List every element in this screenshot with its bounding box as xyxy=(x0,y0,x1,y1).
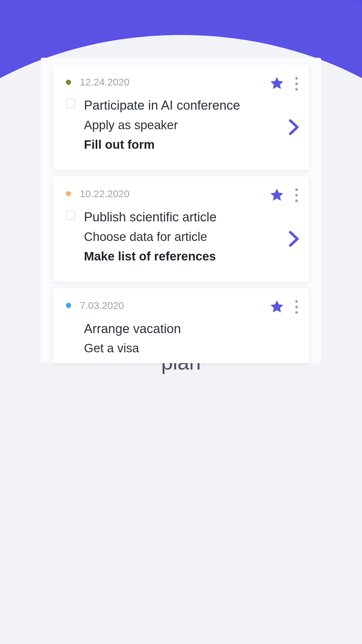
chevron-right-icon[interactable] xyxy=(289,231,299,248)
task-subtitle: Apply as speaker xyxy=(84,116,296,134)
project-color-dot xyxy=(66,191,71,196)
card-header: 7.03.2020 xyxy=(66,300,296,311)
star-icon[interactable] xyxy=(269,75,285,92)
task-card[interactable]: 10.22.2020 Publish scientific article Ch… xyxy=(53,176,309,282)
card-actions xyxy=(269,299,300,316)
card-date: 12.24.2020 xyxy=(80,76,129,88)
card-header: 10.22.2020 xyxy=(66,188,296,200)
task-action: Fill out form xyxy=(84,135,296,154)
star-icon[interactable] xyxy=(269,187,285,204)
task-row: Participate in AI conference Apply as sp… xyxy=(66,96,296,154)
task-row: Arrange vacation Get a visa xyxy=(66,319,296,358)
task-subtitle: Choose data for article xyxy=(84,228,296,246)
task-checkbox[interactable] xyxy=(66,211,75,220)
card-date: 10.22.2020 xyxy=(80,188,129,200)
task-checkbox[interactable] xyxy=(66,99,75,108)
project-color-dot xyxy=(66,80,71,85)
more-vertical-icon[interactable] xyxy=(293,77,300,91)
card-date: 7.03.2020 xyxy=(80,300,124,311)
task-card[interactable]: 7.03.2020 Arrange vacation Get a visa xyxy=(53,288,309,363)
task-card[interactable]: 12.24.2020 Participate in AI conference … xyxy=(53,65,309,170)
task-title: Participate in AI conference xyxy=(84,96,296,115)
card-header: 12.24.2020 xyxy=(66,76,296,88)
project-color-dot xyxy=(66,303,71,308)
task-lines: Participate in AI conference Apply as sp… xyxy=(84,96,296,154)
more-vertical-icon[interactable] xyxy=(293,300,300,314)
task-lines: Arrange vacation Get a visa xyxy=(84,319,296,358)
star-icon[interactable] xyxy=(269,299,285,316)
task-action: Make list of references xyxy=(84,247,296,265)
task-card-list: 12.24.2020 Participate in AI conference … xyxy=(41,58,321,363)
card-actions xyxy=(269,187,300,204)
task-subtitle: Get a visa xyxy=(84,339,296,357)
more-vertical-icon[interactable] xyxy=(293,188,300,202)
task-title: Arrange vacation xyxy=(84,319,296,338)
chevron-right-icon[interactable] xyxy=(289,119,299,136)
task-row: Publish scientific article Choose data f… xyxy=(66,208,296,265)
task-lines: Publish scientific article Choose data f… xyxy=(84,208,296,265)
task-title: Publish scientific article xyxy=(84,208,296,226)
card-actions xyxy=(269,75,300,92)
